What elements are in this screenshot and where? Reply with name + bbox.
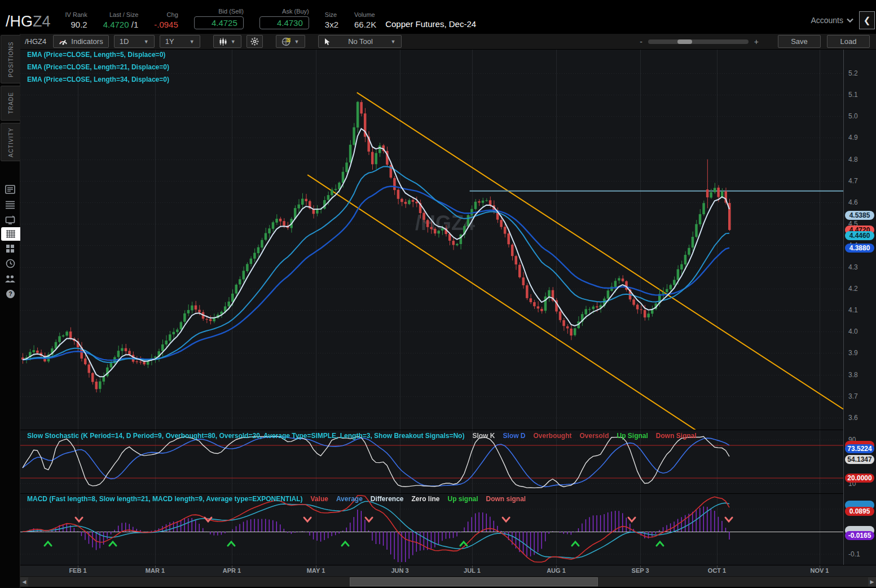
macd-legend-item: Zero line [412,495,440,503]
indicators-label: Indicators [71,37,103,46]
axis-tick-label: 4.7 [848,177,858,185]
ema-study-label[interactable]: EMA (Price=CLOSE, Length=21, Displace=0) [27,63,169,71]
macd-value-bubble: -0.0165 [845,531,874,540]
monitor-icon[interactable] [0,212,20,227]
sidebar-tab-trade[interactable]: TRADE [1,86,21,121]
grid-icon[interactable] [0,241,20,256]
price-bubble: 4.4460 [845,231,874,240]
list-icon[interactable] [0,197,20,212]
size-value: 3x2 [325,20,338,29]
time-axis-label: MAR 1 [146,567,165,574]
size-label: Size [325,11,337,18]
gauge-icon [59,38,68,45]
cursor-icon [324,38,331,46]
chart-settings-button[interactable] [246,35,263,48]
bid-field: Bid (Sell) 4.4725 [194,8,244,29]
price-chart-canvas[interactable] [20,50,843,430]
left-sidebar: POSITIONS TRADE ACTIVITY ? [0,34,20,588]
time-axis-label: MAY 1 [307,567,325,574]
chart-type-dropdown[interactable]: ▼ [213,35,241,48]
people-icon[interactable] [0,271,20,286]
last-size: /1 [131,20,139,29]
news-icon[interactable] [0,182,20,197]
last-size-value: 4.4720 /1 [103,20,139,29]
ema-study-label[interactable]: EMA (Price=CLOSE, Length=34, Displace=0) [27,76,169,83]
indicators-button[interactable]: Indicators [53,35,108,48]
zoom-in-button[interactable]: + [749,37,764,46]
timeframe-value: 1D [120,37,129,46]
chg-value: -.0945 [154,20,178,29]
ask-button[interactable]: 4.4730 [259,16,309,29]
drawing-tools-dropdown[interactable]: ▼ [276,35,305,48]
scrollbar-thumb[interactable] [350,577,598,586]
time-axis-label: OCT 1 [708,567,726,574]
macd-legend-item: MACD (Fast length=8, Slow length=21, MAC… [27,495,303,503]
size-field: Size 3x2 [325,11,338,29]
chart-scrollbar[interactable]: ◀ ▶ [20,576,876,587]
last-size-field: Last / Size 4.4720 /1 [103,11,139,29]
clock-icon[interactable] [0,256,20,271]
axis-tick-label: 4.1 [848,306,858,314]
macd-panel-canvas[interactable] [20,494,843,564]
stochastic-legend-item: Slow K [472,432,495,440]
axis-tick-label: 4.9 [848,134,858,142]
zoom-slider[interactable] [648,39,749,44]
candlestick-icon [219,38,227,46]
collapse-panel-button[interactable]: ❮ [859,11,875,29]
pattern-tool-icon [281,37,291,46]
stochastic-legend-item: Overbought [533,432,571,440]
svg-text:?: ? [8,291,12,297]
macd-legend-item: Value [311,495,328,503]
save-button[interactable]: Save [778,35,821,48]
chart-icon[interactable] [1,227,20,241]
axis-tick-label: -0.1 [848,550,860,558]
contract-title: Copper Futures, Dec-24 [385,19,476,29]
active-tool-label: No Tool [348,37,373,46]
axis-tick-label: 5.2 [848,69,858,77]
chevron-down-icon: ▼ [190,39,195,45]
accounts-dropdown[interactable]: Accounts [811,16,853,25]
time-axis[interactable]: FEB 1MAR 1APR 1MAY 1JUN 3JUL 1AUG 1SEP 3… [20,565,876,577]
stochastic-legend-item: Oversold [579,432,609,440]
gear-icon [250,37,259,46]
chevron-down-icon [847,18,853,23]
bid-button[interactable]: 4.4725 [194,16,244,29]
scroll-left-arrow[interactable]: ◀ [20,577,28,586]
time-axis-label: APR 1 [223,567,241,574]
ema-study-labels: EMA (Price=CLOSE, Length=5, Displace=0)E… [27,51,169,88]
zoom-slider-handle[interactable] [677,39,692,44]
trading-platform-window: /HGZ4 IV Rank 90.2 Last / Size 4.4720 /1… [0,0,876,588]
sidebar-tab-activity[interactable]: ACTIVITY [1,123,21,161]
chevron-down-icon: ▼ [144,39,149,45]
active-tool-dropdown[interactable]: No Tool ▼ [318,35,402,48]
axis-tick-label: 4.8 [848,156,858,163]
scroll-right-arrow[interactable]: ▶ [868,577,876,586]
range-dropdown[interactable]: 1Y▼ [160,35,200,48]
macd-legend-item: Difference [371,495,404,503]
save-label: Save [791,37,808,46]
load-button[interactable]: Load [827,35,870,48]
timeframe-dropdown[interactable]: 1D▼ [114,35,155,48]
chg-label: Chg [167,11,178,18]
zoom-out-button[interactable]: - [634,37,648,46]
macd-value-bubble: 0.0895 [845,507,874,516]
ema-study-label[interactable]: EMA (Price=CLOSE, Length=5, Displace=0) [27,51,169,59]
last-price: 4.4720 [103,20,129,29]
toolbar-symbol[interactable]: /HGZ4 [25,37,46,46]
last-size-label: Last / Size [109,11,138,18]
price-bubble: 4.3880 [845,244,874,253]
stochastic-legend[interactable]: Slow Stochastic (K Period=14, D Period=9… [27,432,705,440]
price-axis[interactable]: 5.25.15.04.94.84.74.64.54.44.34.24.14.03… [843,50,876,565]
stochastic-legend-item: Slow D [503,432,525,440]
accounts-label: Accounts [811,16,843,25]
axis-tick-label: 4.3 [848,263,858,271]
chevron-down-icon: ▼ [231,39,236,45]
help-icon[interactable]: ? [0,286,20,302]
time-axis-label: FEB 1 [69,567,86,574]
sidebar-tab-positions[interactable]: POSITIONS [1,35,21,83]
price-bubble: 4.5385 [845,211,874,220]
volume-value: 66.2K [354,20,376,29]
bid-label: Bid (Sell) [218,8,244,15]
macd-legend-item: Up signal [448,495,478,503]
macd-legend[interactable]: MACD (Fast length=8, Slow length=21, MAC… [27,495,534,503]
